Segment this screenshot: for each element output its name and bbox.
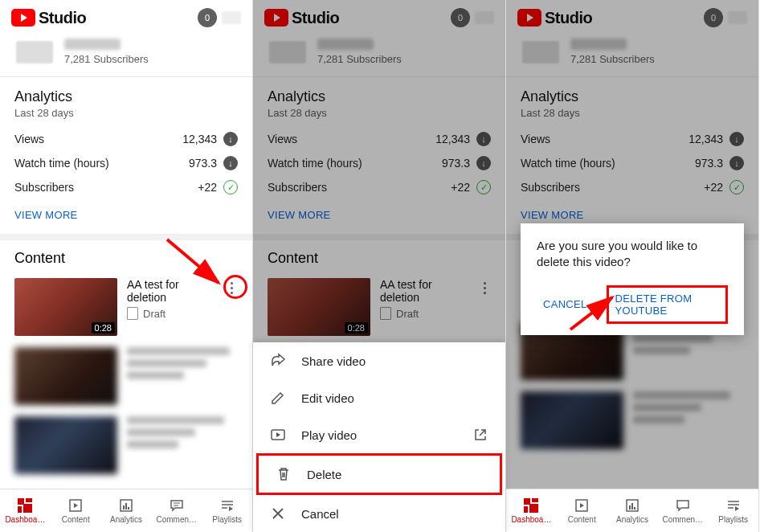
account-avatar[interactable]	[222, 11, 241, 24]
nav-content[interactable]: Content	[557, 489, 607, 532]
trend-down-icon: ↓	[223, 156, 238, 170]
confirm-dialog: Are you sure you would like to delete th…	[521, 223, 744, 335]
channel-thumbnail	[16, 41, 53, 63]
svg-rect-17	[524, 498, 530, 505]
channel-name-redacted	[64, 39, 121, 50]
svg-rect-1	[18, 498, 24, 505]
stat-subscribers[interactable]: Subscribers +22 ✓	[14, 175, 238, 199]
video-title: AA test for deletion	[127, 278, 212, 304]
panel-step-3: Studio 0 7,281 Subscribers Analytics Las…	[506, 0, 759, 532]
subscriber-count: 7,281 Subscribers	[64, 53, 149, 65]
dialog-message: Are you sure you would like to delete th…	[537, 238, 728, 271]
dialog-confirm-button[interactable]: DELETE FROM YOUTUBE	[607, 285, 728, 324]
video-row-redacted[interactable]	[0, 344, 252, 413]
dashboard-icon	[17, 497, 33, 514]
video-status: Draft	[127, 307, 212, 320]
sheet-play[interactable]: Play video	[253, 416, 505, 453]
video-thumbnail	[14, 347, 117, 405]
content-icon	[67, 497, 84, 514]
close-icon	[269, 505, 287, 522]
video-duration: 0:28	[92, 322, 115, 334]
nav-comments[interactable]: Commen…	[151, 489, 202, 532]
panel-step-1: Studio 0 7,281 Subscribers Analytics Las…	[0, 0, 253, 532]
trash-icon	[275, 465, 292, 483]
nav-dashboard[interactable]: Dashboa…	[0, 489, 51, 532]
content-title: Content	[0, 250, 252, 275]
svg-rect-19	[524, 506, 528, 513]
analytics-card: Analytics Last 28 days Views 12,343 ↓ Wa…	[0, 77, 252, 240]
sheet-edit[interactable]: Edit video	[253, 379, 505, 416]
highlight-circle	[223, 275, 247, 299]
svg-rect-20	[529, 504, 538, 513]
trend-down-icon: ↓	[223, 132, 238, 146]
panel-step-2: Studio 0 7,281 Subscribers Analytics Las…	[253, 0, 506, 532]
sheet-delete[interactable]: Delete	[256, 453, 502, 495]
trend-up-icon: ✓	[223, 180, 238, 194]
draft-icon	[127, 307, 138, 320]
svg-rect-2	[26, 498, 32, 502]
svg-rect-3	[18, 506, 22, 513]
nav-playlists[interactable]: Playlists	[202, 489, 252, 532]
video-thumbnail[interactable]: 0:28	[14, 278, 117, 336]
analytics-icon	[118, 497, 134, 514]
sheet-share[interactable]: Share video	[253, 342, 505, 379]
notification-badge[interactable]: 0	[198, 8, 217, 27]
dialog-cancel-button[interactable]: CANCEL	[537, 293, 594, 315]
video-thumbnail	[14, 416, 117, 474]
nav-playlists[interactable]: Playlists	[708, 489, 758, 532]
svg-rect-8	[125, 503, 127, 509]
view-more-link[interactable]: VIEW MORE	[14, 199, 238, 221]
svg-rect-18	[532, 498, 538, 502]
share-icon	[269, 352, 287, 370]
video-row[interactable]: 0:28 AA test for deletion Draft	[0, 275, 252, 344]
action-sheet: Share video Edit video Play video Delete	[253, 342, 505, 532]
app-title: Studio	[39, 9, 86, 27]
comments-icon	[169, 497, 185, 514]
content-card: Content 0:28 AA test for deletion Draft	[0, 240, 252, 482]
nav-content[interactable]: Content	[51, 489, 101, 532]
nav-comments[interactable]: Commen…	[657, 489, 708, 532]
bottom-nav: Dashboa… Content Analytics Commen… Playl…	[0, 489, 252, 532]
edit-icon	[269, 389, 287, 407]
topbar: Studio 0	[0, 0, 252, 34]
play-icon	[269, 426, 287, 444]
nav-dashboard[interactable]: Dashboa…	[506, 489, 557, 532]
nav-analytics[interactable]: Analytics	[607, 489, 658, 532]
svg-rect-23	[629, 505, 631, 509]
sheet-cancel[interactable]: Cancel	[253, 495, 505, 532]
analytics-period: Last 28 days	[14, 107, 238, 119]
channel-header[interactable]: 7,281 Subscribers	[0, 34, 252, 77]
svg-rect-4	[23, 504, 32, 513]
stat-views[interactable]: Views 12,343 ↓	[14, 127, 238, 151]
svg-rect-25	[634, 507, 635, 509]
svg-rect-7	[123, 505, 125, 509]
stat-watch-time[interactable]: Watch time (hours) 973.3 ↓	[14, 151, 238, 175]
nav-analytics[interactable]: Analytics	[101, 489, 152, 532]
svg-rect-9	[128, 507, 129, 509]
svg-rect-24	[631, 503, 633, 509]
youtube-studio-logo[interactable]: Studio	[11, 9, 86, 27]
youtube-icon	[11, 9, 35, 27]
playlists-icon	[219, 497, 235, 514]
open-external-icon	[472, 426, 489, 444]
video-row-redacted[interactable]	[0, 413, 252, 482]
analytics-title: Analytics	[14, 88, 238, 105]
